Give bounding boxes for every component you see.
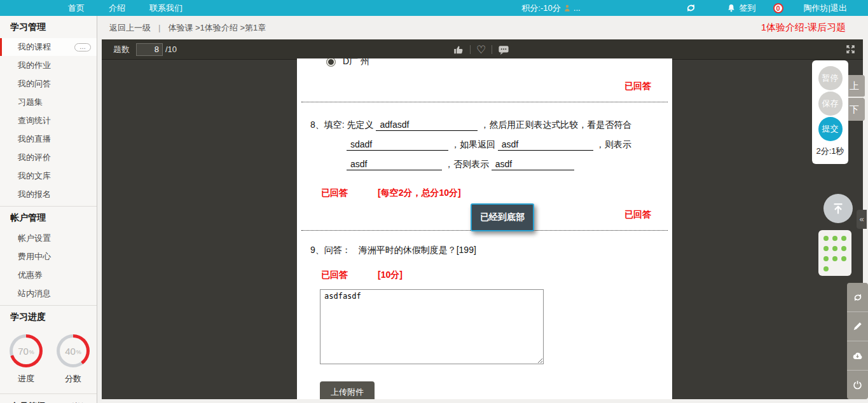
topbar-right: 积分:-10分 ... 签到 0 [521, 3, 868, 14]
sidebar-item-my-homework[interactable]: 我的作业 [0, 56, 97, 74]
question-dot[interactable] [823, 246, 829, 251]
question-8-number: 8、 [310, 120, 324, 130]
checkin-button[interactable]: 签到 [727, 3, 756, 14]
blank-answer-4[interactable]: asdf [347, 159, 442, 170]
breadcrumb-path[interactable]: 体验课 >1体验介绍 >第1章 [168, 22, 266, 34]
player-toolbar: 题数 /10 ♡ [102, 39, 863, 60]
reload-button[interactable] [847, 283, 868, 311]
breadcrumb-divider: | [158, 23, 160, 32]
sidebar-item-my-courses[interactable]: 我的课程 … [0, 38, 97, 56]
exam-control-panel: 暂停 保存 提交 2分:1秒 [812, 60, 848, 164]
sidebar-item-coupons[interactable]: 优惠券 [0, 266, 97, 284]
progress-ring-label: 进度 [18, 373, 34, 385]
question-8-score-note: [每空2分，总分10分] [378, 188, 461, 199]
radio-selected-icon[interactable] [326, 58, 336, 67]
question-8-text: ，则表示 [596, 139, 631, 149]
thumbs-up-icon[interactable] [453, 44, 464, 55]
notification-badge[interactable]: 0 [773, 3, 783, 13]
screen: 首页 介绍 联系我们 积分:-10分 ... [0, 0, 868, 403]
answer-textarea[interactable]: asdfasdf [320, 289, 544, 364]
progress-ring-wrap: 70% 进度 [8, 334, 44, 385]
top-nav: 首页 介绍 联系我们 [56, 0, 195, 16]
question-dot[interactable] [823, 236, 829, 241]
divider [492, 45, 492, 54]
progress-rings: 70% 进度 40% 分数 [0, 328, 97, 385]
sidebar-item-account-settings[interactable]: 帐户设置 [0, 229, 97, 247]
question-8-text: 先定义 [347, 120, 374, 130]
sidebar-header-learning: 学习管理 [0, 16, 97, 38]
option-d-label: D广 州 [343, 58, 369, 67]
question-9-score-note: [10分] [378, 270, 403, 281]
sidebar-item-query-stats[interactable]: 查询统计 [0, 111, 97, 130]
question-9-text: 海洲平时的休假制度是？[199] [359, 245, 476, 255]
sidebar-item-exercise-sets[interactable]: 习题集 [0, 93, 97, 111]
sidebar-item-my-live[interactable]: 我的直播 [0, 130, 97, 148]
blank-answer-2[interactable]: sdadf [347, 139, 448, 151]
breadcrumb: 返回上一级 | 体验课 >1体验介绍 >第1章 [109, 22, 266, 34]
question-9-status-row: 已回答 [10分] [321, 270, 672, 281]
scroll-to-top-button[interactable] [823, 194, 853, 223]
submit-button[interactable]: 提交 [818, 117, 843, 141]
question-dot[interactable] [832, 236, 837, 241]
nav-intro[interactable]: 介绍 [97, 0, 137, 16]
exam-timer: 2分:1秒 [816, 146, 844, 157]
blank-answer-5[interactable]: asdf [492, 159, 574, 170]
power-button[interactable] [847, 370, 868, 399]
reload-icon [853, 292, 863, 303]
blank-answer-3[interactable]: asdf [498, 139, 593, 151]
more-ellipsis-icon[interactable]: … [74, 43, 91, 51]
upload-attachment-button[interactable]: 上传附件 [320, 381, 375, 399]
sidebar-item-my-registration[interactable]: 我的报名 [0, 185, 97, 203]
feedback-icons: ♡ [453, 39, 509, 60]
progress-ring-value: 70% [13, 338, 39, 364]
question-9-type: 问答： [324, 245, 351, 255]
sidebar-item-my-library[interactable]: 我的文库 [0, 167, 97, 185]
pencil-icon [853, 322, 862, 331]
question-dot[interactable] [841, 256, 846, 261]
sidebar-item-site-messages[interactable]: 站内消息 [0, 284, 97, 303]
bell-icon [727, 3, 736, 13]
fullscreen-icon[interactable] [846, 44, 855, 54]
question-dot[interactable] [841, 246, 846, 251]
collapse-panel-icon[interactable]: « [857, 210, 867, 229]
sidebar-item-my-qa[interactable]: 我的问答 [0, 74, 97, 93]
main-area: 返回上一级 | 体验课 >1体验介绍 >第1章 1体验介绍-课后习题 题数 /1… [97, 16, 868, 403]
comment-icon[interactable] [498, 44, 509, 55]
nav-home[interactable]: 首页 [56, 0, 97, 16]
blank-answer-1[interactable]: adfasdf [376, 120, 478, 131]
question-8-type: 填空: [324, 120, 345, 130]
question-dot[interactable] [832, 256, 837, 261]
question-dot[interactable] [823, 266, 829, 271]
save-button[interactable]: 保存 [818, 92, 843, 116]
question-9: 9、问答： 海洲平时的休假制度是？[199] [310, 245, 672, 256]
question-dot[interactable] [832, 246, 837, 251]
sidebar-item-fee-center[interactable]: 费用中心 [0, 247, 97, 266]
score-ring-wrap: 40% 分数 [55, 334, 91, 385]
refresh-icon[interactable] [685, 3, 696, 13]
pause-button[interactable]: 暂停 [818, 66, 843, 90]
progress-ring: 70% [10, 334, 43, 367]
nav-contact[interactable]: 联系我们 [137, 0, 195, 16]
question-8-text: ，否则表示 [444, 159, 489, 169]
score-ring: 40% [57, 334, 90, 367]
sidebar-item-my-reviews[interactable]: 我的评价 [0, 148, 97, 167]
question-dot[interactable] [823, 256, 829, 261]
points-more[interactable]: ... [574, 3, 581, 13]
question-divider [301, 102, 668, 102]
score-ring-label: 分数 [65, 373, 81, 385]
back-link[interactable]: 返回上一级 [109, 22, 151, 34]
edit-button[interactable] [847, 311, 868, 341]
question-8-line3: asdf ，否则表示 asdf [310, 154, 672, 174]
download-button[interactable] [847, 341, 868, 370]
divider [470, 45, 471, 54]
option-d-row: D广 州 [326, 58, 672, 71]
user-logout-link[interactable]: 陶作坊|退出 [804, 3, 847, 14]
sidebar-item-label: 我的课程 [18, 42, 51, 51]
sidebar-header-account: 帐户管理 [0, 206, 97, 229]
question-number-input[interactable] [136, 43, 163, 56]
user-figure-icon [564, 4, 570, 12]
top-bar: 首页 介绍 联系我们 积分:-10分 ... [0, 0, 868, 16]
question-dot[interactable] [841, 236, 846, 241]
bottom-reached-toast: 已经到底部 [471, 203, 534, 231]
heart-icon[interactable]: ♡ [476, 44, 486, 55]
